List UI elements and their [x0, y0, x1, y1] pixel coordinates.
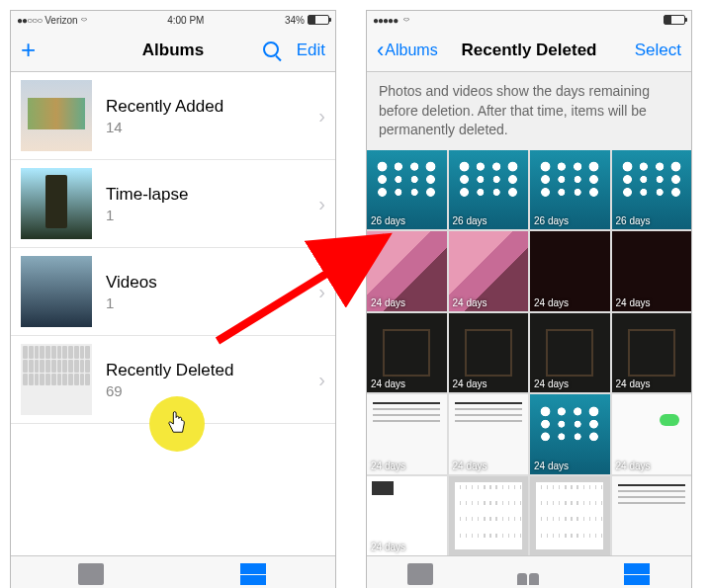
- photo-cell[interactable]: 26 days: [449, 150, 529, 230]
- album-count: 1: [106, 207, 318, 223]
- photo-cell[interactable]: [612, 476, 692, 556]
- albums-screen: ●●○○○ Verizon ⌔ 4:00 PM 34% + Albums Edi…: [10, 10, 336, 588]
- photo-cell[interactable]: 24 days: [367, 231, 447, 311]
- photo-cell[interactable]: 24 days: [530, 394, 610, 474]
- select-button[interactable]: Select: [635, 41, 681, 60]
- days-badge: 24 days: [616, 297, 651, 308]
- tab-albums[interactable]: Albums: [620, 563, 653, 588]
- album-name: Videos: [106, 273, 318, 293]
- tab-shared[interactable]: Shared: [512, 563, 544, 588]
- photo-cell[interactable]: 24 days: [530, 231, 610, 311]
- photo-grid: 26 days 26 days 26 days 26 days 24 days …: [367, 150, 691, 556]
- photo-cell[interactable]: 24 days: [612, 394, 692, 474]
- photo-cell[interactable]: 24 days: [530, 313, 610, 393]
- nav-title: Albums: [142, 41, 204, 60]
- days-badge: 24 days: [616, 461, 651, 471]
- nav-bar: ‹ Albums Recently Deleted Select: [367, 29, 691, 72]
- days-badge: 24 days: [453, 461, 487, 471]
- photos-icon: [78, 563, 104, 585]
- photo-cell[interactable]: 26 days: [367, 150, 447, 230]
- tab-photos[interactable]: Photos: [76, 563, 107, 588]
- shared-icon: [515, 563, 541, 585]
- chevron-left-icon: ‹: [377, 40, 384, 61]
- days-badge: 26 days: [453, 215, 487, 226]
- wifi-icon: ⌔: [81, 15, 87, 26]
- photo-cell[interactable]: [449, 476, 529, 556]
- album-name: Time-lapse: [106, 185, 318, 205]
- album-row-time-lapse[interactable]: Time-lapse 1 ›: [11, 160, 335, 248]
- wifi-icon: ⌔: [403, 15, 409, 26]
- days-badge: 24 days: [453, 378, 487, 389]
- album-thumbnail: [21, 256, 92, 327]
- signal-dots-icon: ●●○○○: [17, 15, 42, 26]
- tab-photos[interactable]: Photos: [405, 563, 436, 588]
- signal-dots-icon: ●●●●●: [373, 15, 398, 26]
- status-bar: ●●○○○ Verizon ⌔ 4:00 PM 34%: [11, 11, 335, 29]
- album-name: Recently Added: [106, 97, 318, 117]
- albums-icon: [624, 563, 650, 585]
- album-thumbnail: [21, 80, 92, 151]
- battery-percent: 34%: [285, 15, 305, 26]
- info-banner: Photos and videos show the days remainin…: [367, 72, 691, 150]
- photo-cell[interactable]: 24 days: [367, 313, 447, 393]
- days-badge: 24 days: [371, 542, 405, 552]
- search-icon[interactable]: [263, 42, 281, 59]
- days-badge: 24 days: [371, 378, 405, 389]
- album-row-recently-added[interactable]: Recently Added 14 ›: [11, 72, 335, 160]
- album-count: 69: [106, 382, 318, 399]
- photo-cell[interactable]: 24 days: [612, 231, 692, 311]
- battery-icon: [664, 15, 685, 25]
- clock: 4:00 PM: [167, 15, 204, 26]
- album-thumbnail: [21, 168, 92, 239]
- album-count: 1: [106, 294, 318, 311]
- photo-cell[interactable]: [530, 476, 610, 556]
- albums-icon: [240, 563, 266, 585]
- photo-cell[interactable]: 24 days: [449, 231, 529, 311]
- photo-cell[interactable]: 26 days: [612, 150, 692, 230]
- status-bar: ●●●●● ⌔: [367, 11, 691, 29]
- back-button[interactable]: ‹ Albums: [377, 40, 438, 61]
- chevron-right-icon: ›: [318, 369, 325, 391]
- photos-icon: [407, 563, 433, 585]
- photo-cell[interactable]: 24 days: [367, 394, 447, 474]
- edit-button[interactable]: Edit: [297, 41, 325, 60]
- days-badge: 24 days: [534, 378, 569, 389]
- album-thumbnail: [21, 344, 92, 415]
- photo-cell[interactable]: 24 days: [612, 313, 692, 393]
- nav-bar: + Albums Edit: [11, 29, 335, 72]
- days-badge: 26 days: [371, 215, 405, 226]
- tab-bar: Photos Shared Albums: [367, 555, 691, 588]
- chevron-right-icon: ›: [318, 105, 325, 127]
- chevron-right-icon: ›: [318, 281, 325, 303]
- album-name: Recently Deleted: [106, 361, 318, 380]
- album-row-videos[interactable]: Videos 1 ›: [11, 248, 335, 336]
- days-badge: 24 days: [534, 461, 569, 471]
- battery-icon: [308, 15, 329, 25]
- days-badge: 24 days: [534, 297, 569, 308]
- album-row-recently-deleted[interactable]: Recently Deleted 69 ›: [11, 336, 335, 424]
- photo-cell[interactable]: 24 days: [449, 313, 529, 393]
- tab-bar: Photos Albums: [11, 555, 335, 588]
- days-badge: 26 days: [616, 215, 651, 226]
- album-list: Recently Added 14 › Time-lapse 1 › Video…: [11, 72, 335, 555]
- days-badge: 24 days: [616, 378, 651, 389]
- album-count: 14: [106, 119, 318, 135]
- days-badge: 26 days: [534, 215, 569, 226]
- back-label: Albums: [385, 42, 437, 59]
- nav-title: Recently Deleted: [462, 41, 597, 60]
- days-badge: 24 days: [371, 297, 405, 308]
- add-album-button[interactable]: +: [21, 35, 36, 65]
- photo-cell[interactable]: 24 days: [367, 476, 447, 556]
- chevron-right-icon: ›: [318, 193, 325, 215]
- carrier-label: Verizon: [44, 15, 77, 26]
- tab-albums[interactable]: Albums: [237, 563, 270, 588]
- photo-cell[interactable]: 26 days: [530, 150, 610, 230]
- days-badge: 24 days: [371, 461, 405, 471]
- days-badge: 24 days: [453, 297, 487, 308]
- recently-deleted-screen: ●●●●● ⌔ ‹ Albums Recently Deleted Select…: [366, 10, 692, 588]
- photo-cell[interactable]: 24 days: [449, 394, 529, 474]
